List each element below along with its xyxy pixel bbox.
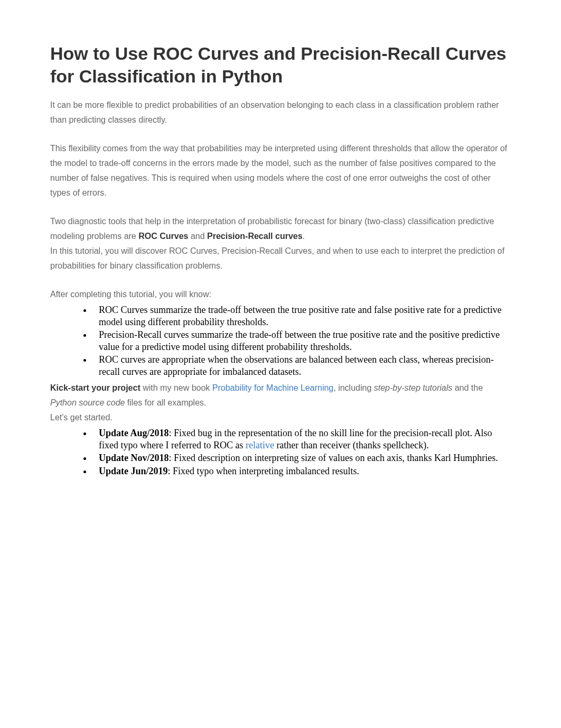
list-item: Precision-Recall curves summarize the tr… xyxy=(92,329,506,353)
kickstart-paragraph: Kick-start your project with my new book… xyxy=(50,381,511,410)
book-link[interactable]: Probability for Machine Learning xyxy=(212,383,333,392)
relative-link[interactable]: relative xyxy=(246,440,274,450)
kickstart-text-4: files for all examples. xyxy=(125,398,206,407)
pr-curves-bold: Precision-Recall curves xyxy=(207,232,303,241)
update-text-1b: rather than receiver (thanks spellcheck)… xyxy=(274,440,429,450)
update-date-bold: Update Jun/2019 xyxy=(99,466,168,476)
list-item: ROC Curves summarize the trade-off betwe… xyxy=(92,304,506,328)
list-item: Update Aug/2018: Fixed bug in the repres… xyxy=(92,427,506,451)
intro-paragraph-2: This flexibility comes from the way that… xyxy=(50,141,511,200)
update-text-2: : Fixed description on interpreting size… xyxy=(169,453,498,463)
intro-paragraph-5: After completing this tutorial, you will… xyxy=(50,287,511,302)
kickstart-text-2: , including xyxy=(333,383,374,392)
intro-paragraph-1: It can be more flexible to predict proba… xyxy=(50,98,511,127)
roc-curves-bold: ROC Curves xyxy=(138,232,188,241)
kickstart-bold: Kick-start your project xyxy=(50,383,141,392)
update-date-bold: Update Nov/2018 xyxy=(99,453,169,463)
update-text-3: : Fixed typo when interpreting imbalance… xyxy=(168,466,359,476)
lets-get-started: Let's get started. xyxy=(50,410,511,425)
intro-paragraph-4: In this tutorial, you will discover ROC … xyxy=(50,244,511,273)
para3-text-3: . xyxy=(303,232,305,241)
para3-text-2: and xyxy=(188,232,207,241)
page-title: How to Use ROC Curves and Precision-Reca… xyxy=(50,42,511,87)
kickstart-italic-2: Python source code xyxy=(50,398,125,407)
kickstart-italic-1: step-by-step tutorials xyxy=(374,383,453,392)
list-item: Update Jun/2019: Fixed typo when interpr… xyxy=(92,465,506,477)
updates-list: Update Aug/2018: Fixed bug in the repres… xyxy=(92,427,506,477)
list-item: Update Nov/2018: Fixed description on in… xyxy=(92,452,506,464)
list-item: ROC curves are appropriate when the obse… xyxy=(92,354,506,377)
kickstart-text-3: and the xyxy=(452,383,483,392)
learning-outcomes-list: ROC Curves summarize the trade-off betwe… xyxy=(92,304,506,377)
intro-paragraph-3: Two diagnostic tools that help in the in… xyxy=(50,214,511,244)
update-date-bold: Update Aug/2018 xyxy=(99,428,169,438)
kickstart-text-1: with my new book xyxy=(141,383,212,392)
